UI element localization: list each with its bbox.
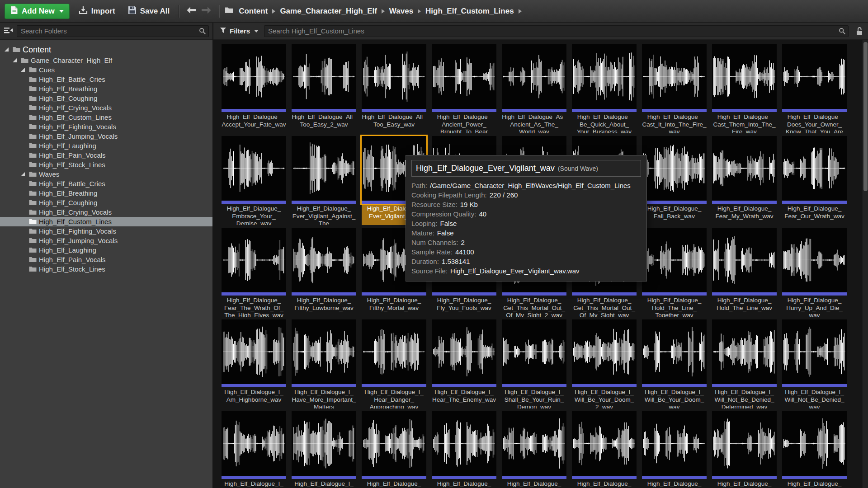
expander-arrow-icon[interactable] bbox=[21, 172, 27, 176]
back-button[interactable] bbox=[186, 6, 197, 16]
asset-tile[interactable]: High_​Elf_​Dialogue_​Ancient_​Power_​Bro… bbox=[432, 44, 496, 133]
asset-tile[interactable]: High_​Elf_​Dialogue_​All_​Too_​Easy_​2_​… bbox=[292, 44, 356, 133]
asset-tile[interactable]: High_​Elf_​Dialogue_​All_​Too_​Easy_​wav bbox=[362, 44, 426, 133]
asset-search-input[interactable] bbox=[264, 25, 849, 37]
expander-arrow-icon[interactable] bbox=[13, 58, 19, 62]
asset-tile[interactable]: High_​Elf_​Dialogue_​ bbox=[712, 411, 777, 488]
folder-tree-item[interactable]: High_Elf_Pain_Vocals bbox=[0, 255, 212, 264]
forward-button[interactable] bbox=[201, 6, 212, 16]
waveform-image bbox=[572, 411, 637, 476]
asset-tile[interactable]: High_​Elf_​Dialogue_​I_​Am_​Highborne_​w… bbox=[222, 319, 286, 408]
breadcrumb-item[interactable]: High_Elf_Custom_Lines bbox=[425, 7, 514, 16]
asset-tile[interactable]: High_​Elf_​Dialogue_​I_​Will_​Be_​Your_​… bbox=[572, 319, 637, 408]
asset-tile[interactable]: High_​Elf_​Dialogue_​I_​Will_​Be_​Your_​… bbox=[642, 319, 707, 408]
folder-tree-item[interactable]: High_Elf_Stock_Lines bbox=[0, 264, 212, 274]
waveform-image bbox=[292, 411, 356, 476]
filters-button[interactable]: Filters bbox=[218, 27, 260, 35]
breadcrumb-item[interactable]: Content bbox=[239, 7, 268, 16]
folder-tree-item[interactable]: High_Elf_Battle_Cries bbox=[0, 179, 212, 188]
asset-tile[interactable]: High_​Elf_​Dialogue_​I_​Hear_​The_​Enemy… bbox=[432, 319, 496, 408]
folder-tree-item[interactable]: High_Elf_Pain_Vocals bbox=[0, 150, 212, 160]
asset-tile[interactable]: High_​Elf_​Dialogue_​Be_​Quick_​About_​Y… bbox=[572, 44, 637, 133]
scrollbar-thumb[interactable] bbox=[863, 42, 868, 191]
asset-tile[interactable]: High_​Elf_​Dialogue_​I_​ bbox=[222, 411, 286, 488]
tooltip-field-value: 1.538141 bbox=[442, 257, 470, 266]
folder-name: High_Elf_Battle_Cries bbox=[39, 76, 105, 83]
folder-tree-item[interactable]: High_Elf_Breathing bbox=[0, 84, 212, 94]
asset-tile[interactable]: High_​Elf_​Dialogue_​Hold_​The_​Line_​wa… bbox=[712, 228, 777, 317]
vertical-scrollbar[interactable] bbox=[862, 40, 868, 488]
asset-type-color-bar bbox=[502, 476, 566, 479]
expander-arrow-icon[interactable] bbox=[5, 47, 10, 52]
folder-tree-item[interactable]: High_Elf_Jumping_Vocals bbox=[0, 236, 212, 245]
asset-tile[interactable]: High_​Elf_​Dialogue_​Fear_​Our_​Wrath_​w… bbox=[782, 136, 847, 225]
asset-tile[interactable]: High_​Elf_​Dialogue_​Fear_​The_​Wrath_​O… bbox=[222, 228, 286, 317]
asset-thumbnail bbox=[292, 319, 356, 387]
folder-tree-item[interactable]: Game_Character_High_Elf bbox=[0, 56, 212, 65]
waveform-image bbox=[362, 411, 426, 476]
expander-arrow-icon[interactable] bbox=[21, 68, 27, 72]
asset-tile[interactable]: High_​Elf_​Dialogue_​ bbox=[432, 411, 496, 488]
folder-tree-item[interactable]: High_Elf_Crying_Vocals bbox=[0, 207, 212, 217]
import-button[interactable]: Import bbox=[75, 4, 119, 19]
asset-tile[interactable]: High_​Elf_​Dialogue_​Fear_​My_​Wrath_​wa… bbox=[712, 136, 777, 225]
asset-tile[interactable]: High_​Elf_​Dialogue_​I_​Hear_​Danger_​Ap… bbox=[362, 319, 426, 408]
folder-name: Cues bbox=[39, 66, 55, 73]
asset-tile[interactable]: High_​Elf_​Dialogue_​I_​Shall_​Be_​Your_… bbox=[502, 319, 566, 408]
asset-tile[interactable]: High_​Elf_​Dialogue_​As_​Ancient_​As_​Th… bbox=[502, 44, 566, 133]
asset-tile[interactable]: High_​Elf_​Dialogue_​Hurry_​Up_​And_​Die… bbox=[782, 228, 847, 317]
asset-tile[interactable]: High_​Elf_​Dialogue_​Cast_​It_​Into_​The… bbox=[642, 44, 707, 133]
add-new-button[interactable]: Add New bbox=[5, 4, 70, 19]
asset-tile[interactable]: High_​Elf_​Dialogue_​Fall_​Back_​wav bbox=[642, 136, 707, 225]
breadcrumb-item[interactable]: Game_Character_High_Elf bbox=[280, 7, 377, 16]
asset-tile[interactable]: High_​Elf_​Dialogue_​ bbox=[362, 411, 426, 488]
asset-tile[interactable]: High_​Elf_​Dialogue_​Hold_​The_​Line_​To… bbox=[642, 228, 707, 317]
sources-toggle-icon[interactable] bbox=[4, 27, 13, 36]
folder-icon bbox=[29, 200, 37, 206]
folder-tree-item[interactable]: High_Elf_Laughing bbox=[0, 245, 212, 255]
folder-tree-item[interactable]: High_Elf_Fighting_Vocals bbox=[0, 226, 212, 236]
asset-thumbnail bbox=[572, 319, 637, 387]
tooltip-field: Looping:False bbox=[411, 219, 641, 228]
lock-icon[interactable] bbox=[856, 27, 863, 35]
tooltip-field: Compression Quality:40 bbox=[411, 209, 641, 219]
asset-tile[interactable]: High_​Elf_​Dialogue_​I_​Will_​Not_​Be_​D… bbox=[712, 319, 777, 408]
breadcrumb-item[interactable]: Waves bbox=[389, 7, 413, 16]
asset-tile[interactable]: High_​Elf_​Dialogue_​Filthy_​Lowborne_​w… bbox=[292, 228, 356, 317]
asset-tile[interactable]: High_​Elf_​Dialogue_​I_​ bbox=[292, 411, 356, 488]
asset-tile[interactable]: High_​Elf_​Dialogue_​ bbox=[572, 411, 637, 488]
folder-icon bbox=[29, 86, 37, 92]
folder-tree-item[interactable]: Content bbox=[0, 43, 212, 56]
folder-tree-item[interactable]: High_Elf_Custom_Lines bbox=[0, 217, 212, 226]
asset-tile[interactable]: High_​Elf_​Dialogue_​Ever_​Vigilant_​Aga… bbox=[292, 136, 356, 225]
asset-tile[interactable]: High_​Elf_​Dialogue_​ bbox=[642, 411, 707, 488]
folder-search-input[interactable] bbox=[17, 25, 209, 37]
asset-thumbnail bbox=[712, 136, 777, 204]
folder-tree-item[interactable]: High_Elf_Laughing bbox=[0, 141, 212, 150]
asset-tile[interactable]: High_​Elf_​Dialogue_​Cast_​Them_​Into_​T… bbox=[712, 44, 777, 133]
tooltip-field-value: 19 Kb bbox=[460, 200, 478, 209]
waveform-image bbox=[572, 44, 637, 109]
asset-tile[interactable]: High_​Elf_​Dialogue_​ bbox=[502, 411, 566, 488]
folder-tree-item[interactable]: High_Elf_Custom_Lines bbox=[0, 113, 212, 122]
waveform-image bbox=[712, 136, 777, 201]
folder-tree-item[interactable]: High_Elf_Coughing bbox=[0, 198, 212, 207]
folder-tree-item[interactable]: High_Elf_Crying_Vocals bbox=[0, 103, 212, 113]
filter-funnel-icon bbox=[220, 27, 226, 35]
asset-tile[interactable]: High_​Elf_​Dialogue_​I_​Will_​Not_​Be_​D… bbox=[782, 319, 847, 408]
folder-icon bbox=[29, 238, 37, 244]
asset-tile[interactable]: High_​Elf_​Dialogue_​I_​Have_​More_​Impo… bbox=[292, 319, 356, 408]
folder-tree-item[interactable]: High_Elf_Jumping_Vocals bbox=[0, 131, 212, 141]
asset-tile[interactable]: High_​Elf_​Dialogue_​Accept_​Your_​Fate_… bbox=[222, 44, 286, 133]
folder-tree-item[interactable]: Cues bbox=[0, 65, 212, 75]
folder-tree-item[interactable]: High_Elf_Breathing bbox=[0, 188, 212, 198]
folder-tree-item[interactable]: High_Elf_Stock_Lines bbox=[0, 160, 212, 169]
folder-tree-item[interactable]: High_Elf_Coughing bbox=[0, 94, 212, 103]
folder-tree-item[interactable]: High_Elf_Battle_Cries bbox=[0, 75, 212, 84]
folder-tree-item[interactable]: High_Elf_Fighting_Vocals bbox=[0, 122, 212, 131]
asset-tile[interactable]: High_​Elf_​Dialogue_​Embrace_​Your_​Demi… bbox=[222, 136, 286, 225]
asset-tile[interactable]: High_​Elf_​Dialogue_​ bbox=[782, 411, 847, 488]
asset-tile[interactable]: High_​Elf_​Dialogue_​Does_​Your_​Owner_​… bbox=[782, 44, 847, 133]
save-all-button[interactable]: Save All bbox=[124, 4, 174, 19]
folder-tree-item[interactable]: Waves bbox=[0, 169, 212, 179]
